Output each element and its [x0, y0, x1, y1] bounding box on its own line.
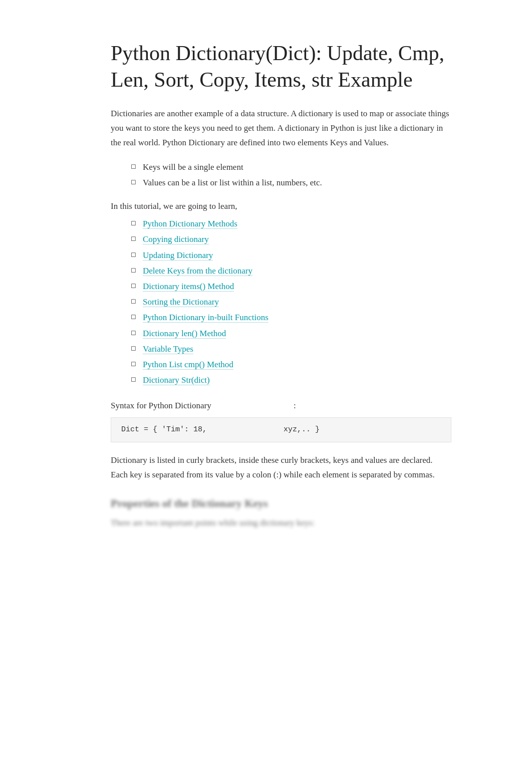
toc-item-3[interactable]: Updating Dictionary [131, 248, 451, 262]
code-block: Dict = { 'Tim': 18, xyz,.. } [111, 417, 451, 442]
toc-link-1[interactable]: Python Dictionary Methods [143, 219, 237, 229]
toc-intro: In this tutorial, we are going to learn, [111, 199, 451, 213]
toc-item-7[interactable]: Python Dictionary in-built Functions [131, 311, 451, 324]
intro-paragraph: Dictionaries are another example of a da… [111, 107, 451, 150]
page-wrapper: Python Dictionary(Dict): Update, Cmp, Le… [61, 0, 471, 575]
blurred-heading: Properties of the Dictionary Keys [111, 494, 451, 512]
page-title: Python Dictionary(Dict): Update, Cmp, Le… [111, 40, 451, 93]
toc-item-1[interactable]: Python Dictionary Methods [131, 217, 451, 230]
toc-list: Python Dictionary Methods Copying dictio… [131, 217, 451, 387]
syntax-heading: Syntax for Python Dictionary : [111, 399, 451, 412]
toc-link-9[interactable]: Variable Types [143, 344, 193, 354]
toc-item-4[interactable]: Delete Keys from the dictionary [131, 264, 451, 278]
list-item: Values can be a list or list within a li… [131, 176, 451, 189]
toc-link-11[interactable]: Dictionary Str(dict) [143, 375, 210, 385]
blurred-text: There are two important points while usi… [111, 516, 451, 530]
toc-link-6[interactable]: Sorting the Dictionary [143, 297, 219, 307]
toc-item-11[interactable]: Dictionary Str(dict) [131, 373, 451, 387]
list-item: Keys will be a single element [131, 160, 451, 174]
toc-item-2[interactable]: Copying dictionary [131, 232, 451, 246]
toc-item-9[interactable]: Variable Types [131, 342, 451, 356]
toc-link-5[interactable]: Dictionary items() Method [143, 282, 234, 292]
toc-link-3[interactable]: Updating Dictionary [143, 250, 213, 260]
toc-link-8[interactable]: Dictionary len() Method [143, 329, 226, 339]
toc-link-10[interactable]: Python List cmp() Method [143, 360, 233, 370]
toc-item-8[interactable]: Dictionary len() Method [131, 327, 451, 340]
toc-item-5[interactable]: Dictionary items() Method [131, 280, 451, 293]
blurred-section: Properties of the Dictionary Keys There … [111, 494, 451, 530]
toc-link-2[interactable]: Copying dictionary [143, 234, 209, 244]
toc-link-7[interactable]: Python Dictionary in-built Functions [143, 313, 269, 323]
toc-link-4[interactable]: Delete Keys from the dictionary [143, 266, 252, 276]
toc-item-10[interactable]: Python List cmp() Method [131, 358, 451, 371]
bullet-list: Keys will be a single element Values can… [131, 160, 451, 189]
description-paragraph: Dictionary is listed in curly brackets, … [111, 453, 451, 482]
toc-item-6[interactable]: Sorting the Dictionary [131, 295, 451, 309]
